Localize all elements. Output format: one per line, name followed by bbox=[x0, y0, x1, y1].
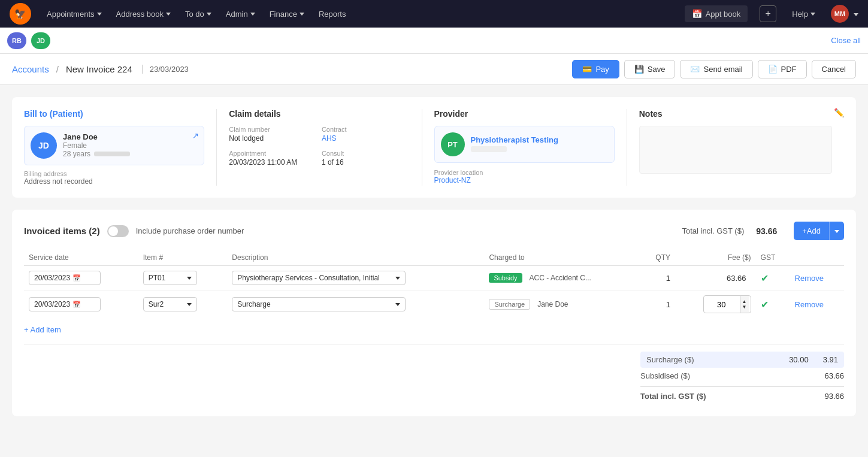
consult-field: Consult 1 of 16 bbox=[322, 150, 410, 167]
qty-2: 1 bbox=[641, 290, 675, 319]
tab-jd[interactable]: JD bbox=[31, 32, 50, 49]
table-row: 20/03/2023 📅 Sur2 Surcharge bbox=[24, 290, 844, 319]
purchase-order-toggle[interactable] bbox=[107, 225, 129, 237]
item-code-select-1[interactable]: PT01 bbox=[143, 271, 197, 285]
total-value: 93.66 bbox=[756, 226, 777, 236]
gst-check-icon-2: ✔ bbox=[761, 299, 769, 310]
total-summary-value: 93.66 bbox=[824, 392, 844, 401]
save-icon: 💾 bbox=[634, 65, 644, 74]
appointment-field: Appointment 20/03/2023 11:00 AM bbox=[229, 150, 317, 167]
notes-content[interactable] bbox=[639, 126, 832, 174]
add-button[interactable]: + Add bbox=[794, 222, 829, 240]
provider-info: Physiotherapist Testing bbox=[471, 135, 558, 154]
add-item-button[interactable]: + Add item bbox=[24, 325, 844, 334]
table-row: 20/03/2023 📅 PT01 Physiotherapy Services… bbox=[24, 266, 844, 290]
appt-book-button[interactable]: 📅 Appt book bbox=[685, 5, 748, 22]
plus-icon: + bbox=[802, 226, 807, 235]
add-dropdown-button[interactable] bbox=[829, 222, 844, 240]
col-qty: QTY bbox=[641, 250, 675, 266]
surcharge-gst-value: 3.91 bbox=[823, 355, 838, 364]
appointment-value: 20/03/2023 11:00 AM bbox=[229, 158, 317, 167]
description-select-2[interactable]: Surcharge bbox=[232, 297, 406, 311]
col-charged-to: Charged to bbox=[484, 250, 641, 266]
nav-admin[interactable]: Admin bbox=[220, 6, 261, 22]
chevron-down-icon bbox=[395, 303, 400, 306]
notes-edit-icon[interactable]: ✏️ bbox=[834, 108, 844, 117]
bill-to-section: Bill to (Patient) JD Jane Doe Female 28 … bbox=[24, 109, 217, 186]
patient-gender: Female bbox=[63, 141, 198, 150]
nav-appointments[interactable]: Appointments bbox=[41, 6, 108, 22]
chevron-down-icon bbox=[395, 277, 400, 280]
add-btn-group: + Add bbox=[794, 222, 844, 240]
subsidy-badge: Subsidy bbox=[489, 273, 522, 283]
help-button[interactable]: Help bbox=[786, 6, 821, 22]
provider-name: Physiotherapist Testing bbox=[471, 135, 558, 144]
logo[interactable]: 🦅 bbox=[10, 3, 31, 25]
chevron-down-icon bbox=[187, 303, 192, 306]
send-email-button[interactable]: ✉️ Send email bbox=[680, 60, 752, 78]
fee-input-cell-2: ▲ ▼ bbox=[675, 290, 756, 319]
nav-to-do[interactable]: To do bbox=[179, 6, 217, 22]
tab-rb[interactable]: RB bbox=[7, 32, 26, 49]
provider-section: Provider PT Physiotherapist Testing Prov… bbox=[434, 109, 627, 186]
remove-button-2[interactable]: Remove bbox=[795, 300, 824, 309]
breadcrumb-accounts[interactable]: Accounts bbox=[12, 64, 49, 74]
invoice-table: Service date Item # Description Charged … bbox=[24, 250, 844, 318]
surcharge-summary-row: Surcharge ($) 30.00 3.91 bbox=[640, 352, 844, 368]
item-code-select-2[interactable]: Sur2 bbox=[143, 297, 197, 311]
billing-address-label: Billing address bbox=[24, 170, 204, 177]
page-header: Accounts / New Invoice 224 23/03/2023 💳 … bbox=[0, 54, 868, 85]
external-link-icon[interactable]: ↗ bbox=[192, 131, 199, 140]
chevron-down-icon bbox=[810, 13, 815, 16]
nav-finance[interactable]: Finance bbox=[264, 6, 310, 22]
claim-details-title: Claim details bbox=[229, 109, 409, 119]
fee-1: 63.66 bbox=[675, 266, 756, 290]
purchase-order-label: Include purchase order number bbox=[136, 226, 244, 235]
page-title: New Invoice 224 bbox=[66, 64, 132, 74]
fee-input-2[interactable] bbox=[704, 298, 740, 311]
surcharge-badge: Surcharge bbox=[489, 299, 530, 310]
provider-sub bbox=[471, 146, 507, 152]
bill-to-title: Bill to (Patient) bbox=[24, 109, 204, 119]
service-date-input-1[interactable]: 20/03/2023 📅 bbox=[29, 271, 101, 285]
notes-title: Notes bbox=[639, 109, 832, 119]
close-all-button[interactable]: Close all bbox=[831, 36, 861, 45]
fee-decrement-2[interactable]: ▼ bbox=[740, 304, 749, 310]
user-menu-chevron[interactable] bbox=[854, 10, 858, 19]
new-item-button[interactable]: + bbox=[760, 5, 776, 22]
top-navigation: 🦅 Appointments Address book To do Admin … bbox=[0, 0, 868, 28]
claim-number-field: Claim number Not lodged bbox=[229, 126, 317, 143]
nav-address-book[interactable]: Address book bbox=[110, 6, 177, 22]
save-button[interactable]: 💾 Save bbox=[624, 60, 676, 78]
col-item-hash: Item # bbox=[138, 250, 228, 266]
patient-name: Jane Doe bbox=[63, 132, 198, 141]
cancel-button[interactable]: Cancel bbox=[812, 60, 856, 78]
chevron-down-icon bbox=[854, 13, 858, 16]
calendar-icon: 📅 bbox=[72, 301, 81, 308]
provider-location-value: Product-NZ bbox=[434, 176, 615, 184]
pdf-button[interactable]: 📄 PDF bbox=[758, 60, 807, 78]
main-content: Bill to (Patient) JD Jane Doe Female 28 … bbox=[0, 85, 868, 457]
description-select-1[interactable]: Physiotherapy Services - Consultation, I… bbox=[232, 271, 406, 285]
service-date-input-2[interactable]: 20/03/2023 📅 bbox=[29, 297, 101, 311]
chevron-down-icon bbox=[166, 13, 171, 16]
col-service-date: Service date bbox=[24, 250, 138, 266]
email-icon: ✉️ bbox=[690, 65, 700, 74]
info-grid: Bill to (Patient) JD Jane Doe Female 28 … bbox=[24, 109, 844, 186]
patient-dob bbox=[94, 152, 130, 156]
subsidised-label: Subsidised ($) bbox=[640, 371, 690, 380]
fee-increment-2[interactable]: ▲ bbox=[740, 299, 749, 304]
pay-button[interactable]: 💳 Pay bbox=[572, 60, 619, 78]
consult-value: 1 of 16 bbox=[322, 158, 410, 167]
total-summary-row: Total incl. GST ($) 93.66 bbox=[640, 386, 844, 404]
nav-reports[interactable]: Reports bbox=[313, 6, 352, 22]
user-avatar[interactable]: MM bbox=[831, 5, 849, 23]
info-card: Bill to (Patient) JD Jane Doe Female 28 … bbox=[12, 97, 856, 198]
provider-avatar: PT bbox=[441, 132, 465, 156]
patient-info: Jane Doe Female 28 years bbox=[63, 132, 198, 158]
total-summary-label: Total incl. GST ($) bbox=[640, 392, 706, 401]
chevron-down-icon bbox=[250, 13, 255, 16]
pdf-icon: 📄 bbox=[768, 65, 778, 74]
remove-button-1[interactable]: Remove bbox=[795, 274, 824, 283]
subsidised-value: 63.66 bbox=[824, 371, 844, 380]
